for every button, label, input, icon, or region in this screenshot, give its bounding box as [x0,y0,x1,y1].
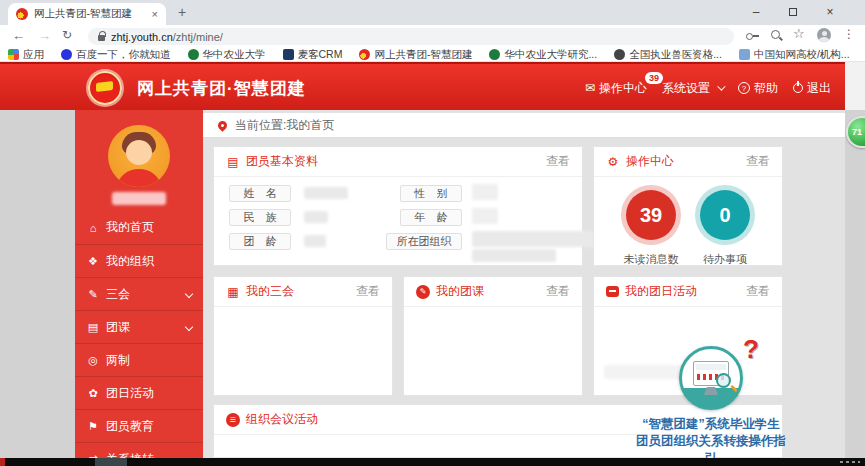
bookmark-vet[interactable]: 全国执业兽医资格... [614,48,722,62]
apps-grid-icon [8,49,19,60]
view-link[interactable]: 查看 [746,283,770,300]
location-pin-icon [216,119,229,132]
sidebar-item-liangzhi[interactable]: ◎两制 [75,343,203,376]
sidebar-item-sanhui[interactable]: ✎三会 [75,277,203,310]
view-link[interactable]: 查看 [546,283,570,300]
todo-items-stat[interactable]: 0 待办事项 [690,185,760,267]
menu-icon[interactable]: ⋮ [843,27,857,41]
sidebar-item-label: 团日活动 [106,385,154,402]
header-actions: ✉ 操作中心 39 系统设置 ? 帮助 退出 [585,64,831,112]
logout-label: 退出 [807,80,831,97]
redacted-value [472,184,498,200]
card-title: 我的三会 [246,283,294,300]
system-settings-menu[interactable]: 系统设置 [662,80,723,97]
field-label-age: 年 龄 [400,209,462,226]
card-header: ✎ 我的团课 查看 [404,277,582,307]
field-label-organization: 所在团组织 [386,233,462,250]
bookmark-zhtj[interactable]: 网上共青团-智慧团建 [359,48,472,62]
taskbar-gray-segment [95,458,127,466]
monitor-stand [704,387,718,395]
graduate-transfer-guide-banner[interactable]: ? “智慧团建”系统毕业学生 团员团组织关系转接操作指引 [635,346,787,466]
zoom-icon[interactable] [770,29,784,43]
sidebar-item-home[interactable]: ⌂我的首页 [75,211,203,244]
operation-center-label: 操作中心 [599,80,647,97]
bookmark-label: 应用 [23,48,44,62]
sidebar-item-label: 我的组织 [106,253,154,270]
unread-messages-stat[interactable]: 39 未读消息数 [616,185,686,267]
field-label-name: 姓 名 [229,185,291,202]
key-icon[interactable] [746,29,760,43]
stat-value: 39 [626,190,676,240]
bookmark-mikecrm[interactable]: 麦客CRM [283,48,343,62]
users-icon: ❖ [86,255,100,268]
tab-favicon-icon [16,8,28,20]
gear-icon: ⚙ [606,155,620,169]
bookmarks-bar: 应用 百度一下，你就知道 华中农业大学 麦客CRM 网上共青团-智慧团建 华中农… [0,48,865,62]
stat-halo: 0 [695,185,755,245]
breadcrumb: 当前位置:我的首页 [203,113,845,138]
card-title: 团员基本资料 [246,153,318,170]
vet-favicon-icon [614,49,625,60]
star-icon[interactable]: ☆ [793,26,807,40]
sidebar-item-label: 三会 [106,286,130,303]
help-link[interactable]: ? 帮助 [738,80,778,97]
url-domain: zhtj.youth.cn [111,31,173,43]
cnki-favicon-icon [739,49,750,60]
member-profile-card: ▤ 团员基本资料 查看 姓 名 性 别 民 族 年 龄 团 龄 所在团组织 [213,146,583,266]
scrollbar-track[interactable] [845,62,865,110]
settings-label: 系统设置 [662,80,710,97]
sidebar-item-label: 两制 [106,352,130,369]
site-header: 网上共青团·智慧团建 ✉ 操作中心 39 系统设置 ? 帮助 退出 [0,62,845,110]
field-label-gender: 性 别 [400,185,462,202]
tab-close-icon[interactable]: × [152,8,158,20]
unread-badge: 39 [645,72,663,84]
card-header: ⚙ 操作中心 查看 [594,147,782,177]
view-link[interactable]: 查看 [356,283,380,300]
folder-icon: ▤ [86,321,100,334]
view-link[interactable]: 查看 [746,153,770,170]
profile-avatar-icon[interactable] [817,28,831,42]
card-header: ▤ 团员基本资料 查看 [214,147,582,177]
browser-tab[interactable]: 网上共青团-智慧团建 × [8,3,166,25]
sidebar-item-tuanri[interactable]: ✿团日活动 [75,376,203,409]
bookmark-apps[interactable]: 应用 [8,48,44,62]
user-avatar[interactable] [108,125,170,187]
redacted-value [472,208,498,224]
card-title: 操作中心 [626,153,674,170]
maximize-icon [789,8,797,16]
reload-button[interactable]: ↻ [62,28,72,42]
hzau-favicon-icon [188,49,199,60]
window-maximize-button[interactable] [778,0,808,25]
bookmark-cnki[interactable]: 中国知网高校/机构... [739,48,850,62]
breadcrumb-text: 当前位置:我的首页 [235,117,334,134]
sidebar-item-tuanke[interactable]: ▤团课 [75,310,203,343]
bookmark-hzau[interactable]: 华中农业大学 [188,48,266,62]
window-minimize-button[interactable]: – [741,0,771,25]
card-header: ▦ 我的三会 查看 [214,277,392,307]
bookmark-baidu[interactable]: 百度一下，你就知道 [61,48,171,62]
target-icon: ◎ [86,354,100,367]
redacted-value [304,211,328,223]
pen-circle-icon: ✎ [416,285,430,299]
card-header: 我的团日活动 查看 [594,277,782,307]
flower-icon: ✿ [86,387,100,400]
bookmark-hzau-research[interactable]: 华中农业大学研究... [489,48,597,62]
logout-button[interactable]: 退出 [793,80,831,97]
redacted-value [304,235,326,247]
stat-halo: 39 [621,185,681,245]
floating-helper-badge[interactable]: 71 [846,116,865,148]
sidebar-menu: ⌂我的首页 ❖我的组织 ✎三会 ▤团课 ◎两制 ✿团日活动 ⚑团员教育 ⇄关系接… [75,211,203,466]
edit-icon: ✎ [86,288,100,301]
address-bar[interactable]: zhtj.youth.cn/zhtj/mine/ [88,28,734,45]
forward-button[interactable]: → [38,28,51,43]
sidebar-item-organization[interactable]: ❖我的组织 [75,244,203,277]
window-close-button[interactable]: × [815,0,845,25]
operation-center-link[interactable]: ✉ 操作中心 39 [585,80,647,97]
sidebar-item-education[interactable]: ⚑团员教育 [75,409,203,442]
view-link[interactable]: 查看 [546,153,570,170]
back-button[interactable]: ← [12,28,25,43]
zhtj-favicon-icon [359,49,370,60]
bookmark-label: 百度一下，你就知道 [76,48,171,62]
bookmark-label: 华中农业大学研究... [504,48,597,62]
new-tab-button[interactable]: + [178,4,186,20]
